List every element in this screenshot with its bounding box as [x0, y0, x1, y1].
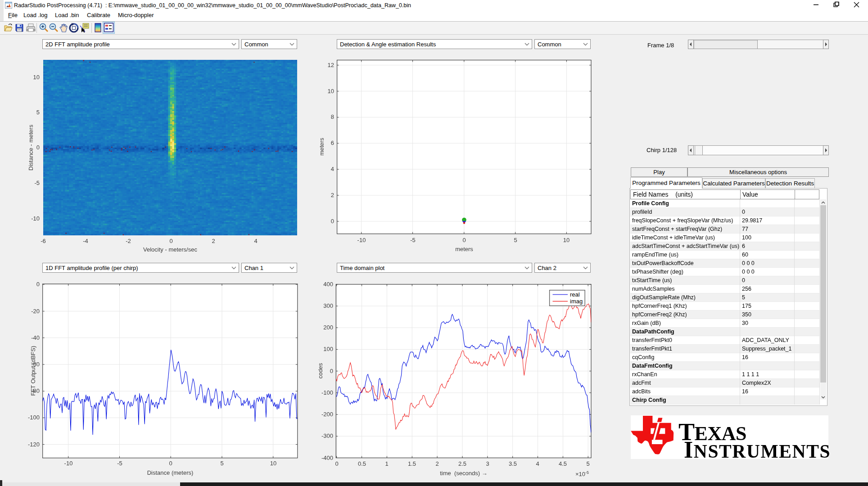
svg-text:imag: imag	[570, 298, 583, 305]
svg-text:real: real	[570, 291, 580, 298]
